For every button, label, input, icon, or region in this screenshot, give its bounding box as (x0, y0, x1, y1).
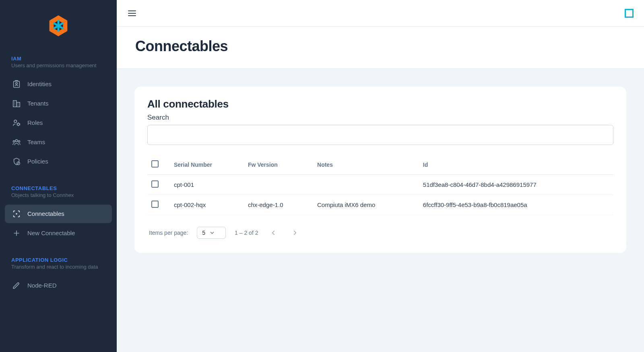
sidebar-section-applogic: APPLICATION LOGIC Transform and react to… (0, 257, 117, 276)
chevron-right-icon (291, 229, 299, 236)
select-all-checkbox[interactable] (151, 160, 159, 168)
sidebar-item-connectables[interactable]: Connectables (5, 205, 112, 223)
content: All connectables Search Serial Number Fw… (117, 69, 644, 271)
svg-point-7 (57, 24, 60, 28)
nav-list-connectables: Connectables New Connectable (0, 205, 117, 243)
col-fw[interactable]: Fw Version (244, 155, 313, 175)
cell-serial: cpt-002-hqx (170, 195, 244, 215)
search-input[interactable] (147, 125, 613, 145)
sidebar-item-label: Node-RED (27, 282, 57, 289)
section-subtitle: Objects talking to Connhex (11, 192, 105, 199)
hamburger-icon (127, 8, 137, 18)
svg-point-12 (14, 120, 17, 122)
table-row[interactable]: cpt-00151df3ea8-c804-46d7-8bd4-a42986915… (147, 175, 613, 195)
sidebar-item-teams[interactable]: Teams (5, 133, 112, 151)
section-title: CONNECTABLES (11, 185, 105, 191)
prev-page-button[interactable] (267, 226, 280, 239)
sidebar-item-label: Tenants (27, 100, 49, 107)
pencil-icon (12, 281, 21, 290)
sidebar-item-label: Teams (27, 139, 45, 145)
pagination: Items per page: 5 1 – 2 of 2 (147, 224, 613, 242)
main: Connectables All connectables Search Ser… (117, 0, 644, 352)
cell-id: 51df3ea8-c804-46d7-8bd4-a42986915977 (419, 175, 613, 195)
items-per-page-label: Items per page: (149, 230, 188, 236)
cell-fw (244, 175, 313, 195)
sidebar-item-policies[interactable]: Policies (5, 152, 112, 171)
logo (0, 0, 117, 56)
card-title: All connectables (147, 98, 613, 110)
cell-notes (313, 175, 419, 195)
sidebar-item-label: Roles (27, 119, 43, 126)
user-cog-icon (12, 118, 21, 127)
items-per-page-select[interactable]: 5 (197, 227, 226, 239)
nav-list-applogic: Node-RED (0, 276, 117, 296)
page-header: Connectables (117, 27, 644, 69)
page-title: Connectables (135, 38, 625, 55)
sidebar-item-roles[interactable]: Roles (5, 114, 112, 132)
fullscreen-button[interactable] (625, 9, 634, 18)
app-logo-icon (44, 11, 73, 40)
section-subtitle: Users and permissions management (11, 62, 105, 69)
connectables-table: Serial Number Fw Version Notes Id cpt-00… (147, 155, 613, 215)
sidebar-item-label: New Connectable (27, 230, 75, 236)
topbar (117, 0, 644, 27)
sidebar-item-new-connectable[interactable]: New Connectable (5, 224, 112, 242)
svg-point-16 (18, 141, 20, 142)
connectables-card: All connectables Search Serial Number Fw… (134, 87, 626, 253)
col-notes[interactable]: Notes (313, 155, 419, 175)
table-row[interactable]: cpt-002-hqxchx-edge-1.0Compiuta iMX6 dem… (147, 195, 613, 215)
items-per-page-value: 5 (202, 230, 205, 236)
sidebar-section-iam: IAM Users and permissions management (0, 56, 117, 75)
section-subtitle: Transform and react to incoming data (11, 264, 105, 271)
search-label: Search (147, 114, 613, 122)
sidebar: IAM Users and permissions management Ide… (0, 0, 117, 352)
sidebar-item-nodered[interactable]: Node-RED (5, 276, 112, 295)
svg-point-14 (15, 139, 18, 142)
cell-serial: cpt-001 (170, 175, 244, 195)
sidebar-item-identities[interactable]: Identities (5, 75, 112, 93)
shield-icon (12, 157, 21, 166)
col-checkbox (147, 155, 170, 175)
pagination-range: 1 – 2 of 2 (235, 230, 258, 236)
menu-toggle-button[interactable] (127, 8, 137, 18)
building-icon (12, 99, 21, 108)
chevron-down-icon (210, 231, 214, 235)
section-title: IAM (11, 56, 105, 62)
scan-icon (12, 209, 21, 218)
sidebar-item-tenants[interactable]: Tenants (5, 94, 112, 113)
col-id[interactable]: Id (419, 155, 613, 175)
sidebar-item-label: Policies (27, 158, 48, 165)
users-icon (12, 138, 21, 147)
svg-point-15 (13, 141, 14, 142)
row-checkbox[interactable] (151, 201, 159, 208)
sidebar-item-label: Identities (27, 81, 52, 87)
col-serial[interactable]: Serial Number (170, 155, 244, 175)
cell-id: 6fccff30-9ff5-4e53-b9a8-fb0c819ae05a (419, 195, 613, 215)
plus-icon (12, 229, 21, 238)
svg-point-9 (16, 83, 18, 85)
sidebar-section-connectables: CONNECTABLES Objects talking to Connhex (0, 185, 117, 205)
svg-point-18 (16, 213, 17, 215)
next-page-button[interactable] (289, 226, 301, 239)
nav-list-iam: Identities Tenants Roles Teams Policies (0, 75, 117, 172)
cell-fw: chx-edge-1.0 (244, 195, 313, 215)
chevron-left-icon (270, 229, 277, 236)
cell-notes: Compiuta iMX6 demo (313, 195, 419, 215)
svg-point-13 (17, 123, 20, 126)
svg-rect-11 (17, 102, 20, 107)
sidebar-item-label: Connectables (27, 210, 64, 217)
row-checkbox[interactable] (151, 180, 159, 188)
section-title: APPLICATION LOGIC (11, 257, 105, 263)
id-card-icon (12, 80, 21, 89)
